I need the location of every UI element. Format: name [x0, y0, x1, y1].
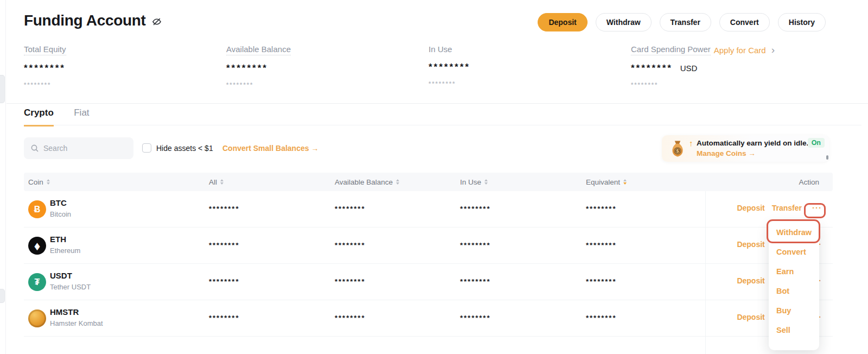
table-row-usdt: ₮ USDT Tether USDT ******** ******** ***…: [24, 264, 833, 300]
transfer-button[interactable]: Transfer: [660, 13, 711, 31]
sort-icon[interactable]: [220, 179, 224, 185]
hide-balance-eye-icon[interactable]: [151, 16, 162, 27]
in-use-label: In Use: [429, 45, 452, 54]
available-balance-value: ********: [226, 63, 405, 74]
cell-available-balance: ********: [335, 314, 365, 322]
scrollbar-thumb[interactable]: [826, 155, 828, 160]
column-header-all[interactable]: All: [209, 173, 224, 191]
menu-item-earn[interactable]: Earn: [769, 262, 819, 281]
row-deposit-link[interactable]: Deposit: [737, 313, 764, 321]
cell-equivalent: ********: [586, 205, 616, 213]
sort-icon[interactable]: [47, 179, 50, 185]
hide-small-assets-checkbox[interactable]: [142, 143, 151, 153]
total-equity-subvalue: ********: [24, 81, 203, 88]
sort-icon[interactable]: [484, 179, 488, 185]
card-spending-power-subvalue: ********: [631, 81, 810, 88]
coin-name: Tether USDT: [50, 283, 91, 291]
coin-symbol: ETH: [50, 235, 66, 244]
row-transfer-link[interactable]: Transfer: [772, 204, 802, 212]
search-input[interactable]: [43, 144, 119, 153]
card-spending-power-label: Card Spending Power: [631, 45, 711, 55]
page-title: Funding Account: [24, 12, 146, 29]
hide-small-assets-label: Hide assets < $1: [156, 144, 213, 153]
available-balance-label: Available Balance: [226, 45, 291, 55]
table-row-hmstr: HMSTR Hamster Kombat ******** ******** *…: [24, 300, 833, 337]
chevron-right-icon[interactable]: ›: [771, 47, 775, 53]
apply-for-card-link[interactable]: Apply for Card: [714, 46, 766, 55]
coin-name: Ethereum: [50, 246, 80, 255]
funding-account-page: Funding Account Deposit Withdraw Transfe…: [0, 0, 868, 354]
cell-equivalent: ********: [586, 241, 616, 249]
coin-name: Bitcoin: [50, 210, 71, 218]
cell-all: ********: [209, 277, 239, 286]
earn-yield-banner[interactable]: $ ↑ Automatically earn yield on idle... …: [662, 135, 829, 162]
total-equity-value: ********: [24, 63, 203, 74]
row-more-actions-button[interactable]: ···: [809, 203, 825, 212]
history-button[interactable]: History: [778, 13, 826, 31]
action-column-divider: [705, 191, 706, 354]
cell-available-balance: ********: [335, 205, 365, 213]
in-use-value: ********: [429, 62, 608, 73]
menu-item-withdraw[interactable]: Withdraw: [769, 223, 819, 242]
usdt-coin-icon: ₮: [28, 273, 46, 291]
manage-coins-link[interactable]: Manage Coins →: [697, 149, 756, 157]
sidebar-handle[interactable]: [0, 75, 5, 103]
cell-in-use: ********: [460, 277, 490, 286]
coin-symbol: HMSTR: [50, 307, 79, 317]
menu-item-sell[interactable]: Sell: [769, 320, 819, 340]
search-box[interactable]: [24, 137, 133, 159]
page-title-row: Funding Account: [24, 12, 162, 29]
row-deposit-link[interactable]: Deposit: [737, 204, 764, 212]
menu-item-buy[interactable]: Buy: [769, 301, 819, 320]
earn-on-badge: On: [808, 138, 825, 148]
table-row-btc: Ƀ BTC Bitcoin ******** ******** ********…: [24, 191, 833, 227]
convert-small-balances-link[interactable]: Convert Small Balances →: [222, 144, 318, 153]
in-use-subvalue: ********: [429, 80, 608, 87]
cell-available-balance: ********: [335, 241, 365, 249]
deposit-button[interactable]: Deposit: [538, 13, 587, 31]
coin-symbol: BTC: [50, 198, 67, 207]
coin-symbol: USDT: [50, 271, 72, 280]
cell-in-use: ********: [460, 205, 490, 213]
collapsed-sidebar-rail: [0, 0, 6, 354]
tab-crypto[interactable]: Crypto: [24, 108, 54, 127]
header-actions: Deposit Withdraw Transfer Convert Histor…: [538, 13, 826, 31]
stat-card-spending-power: Card Spending Power Apply for Card › ***…: [631, 45, 810, 88]
hmstr-coin-icon: [28, 309, 46, 327]
asset-tabs: Crypto Fiat: [24, 108, 861, 125]
column-header-equivalent[interactable]: Equivalent: [586, 173, 627, 191]
cell-available-balance: ********: [335, 277, 365, 286]
column-header-available-balance[interactable]: Available Balance: [335, 173, 399, 191]
eth-coin-icon: ◆: [28, 237, 46, 255]
cell-in-use: ********: [460, 314, 490, 322]
cell-equivalent: ********: [586, 277, 616, 286]
row-deposit-link[interactable]: Deposit: [737, 240, 764, 249]
column-header-coin[interactable]: Coin: [28, 173, 50, 191]
cell-all: ********: [209, 241, 239, 249]
table-row-eth: ◆ ETH Ethereum ******** ******** *******…: [24, 227, 833, 264]
sort-icon-descending-active[interactable]: [623, 179, 627, 185]
section-divider: [7, 103, 868, 104]
menu-item-bot[interactable]: Bot: [769, 281, 819, 301]
tab-fiat[interactable]: Fiat: [74, 108, 89, 125]
svg-text:$: $: [676, 148, 679, 154]
row-actions-dropdown-menu: Withdraw Convert Earn Bot Buy Sell: [769, 221, 819, 350]
column-header-in-use[interactable]: In Use: [460, 173, 488, 191]
withdraw-button[interactable]: Withdraw: [596, 13, 652, 31]
stat-in-use: In Use ******** ********: [429, 45, 608, 87]
available-balance-subvalue: ********: [226, 81, 405, 88]
cell-equivalent: ********: [586, 314, 616, 322]
hide-small-assets-control[interactable]: Hide assets < $1: [142, 143, 213, 153]
row-deposit-link[interactable]: Deposit: [737, 276, 764, 285]
coin-name: Hamster Kombat: [50, 319, 103, 327]
stat-total-equity: Total Equity ******** ********: [24, 45, 203, 88]
btc-coin-icon: Ƀ: [28, 200, 46, 218]
sort-icon[interactable]: [396, 179, 399, 185]
card-spending-power-unit: USD: [680, 64, 698, 73]
convert-button[interactable]: Convert: [719, 13, 770, 31]
cell-in-use: ********: [460, 241, 490, 249]
yield-up-arrow-icon: ↑: [689, 138, 693, 148]
menu-item-convert[interactable]: Convert: [769, 242, 819, 262]
sidebar-handle[interactable]: [0, 289, 5, 303]
cell-all: ********: [209, 314, 239, 322]
